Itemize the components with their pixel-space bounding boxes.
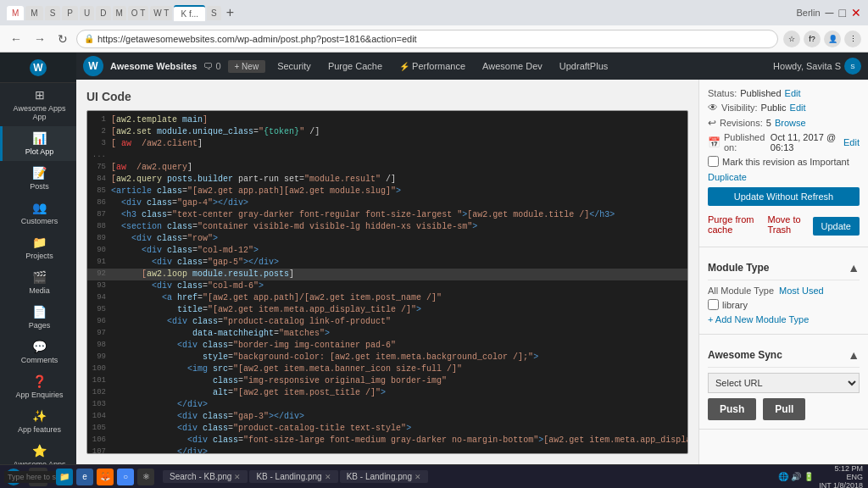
sidebar-item-posts[interactable]: 📝 Posts bbox=[0, 161, 76, 196]
wp-logo-icon[interactable]: W bbox=[30, 59, 47, 76]
code-line: 95 title="[aw2.get item.meta.app_display… bbox=[87, 304, 687, 316]
awesome-sync-title: Awesome Sync bbox=[708, 349, 782, 361]
browser-tab-active[interactable]: K f... bbox=[174, 5, 205, 21]
profile-button[interactable]: 👤 bbox=[824, 30, 841, 47]
visibility-icon: 👁 bbox=[708, 102, 718, 114]
most-used-link[interactable]: Most Used bbox=[779, 286, 824, 296]
close-window-button[interactable]: ✕ bbox=[851, 6, 861, 19]
status-section: Status: Published Edit 👁 Visibility: Pub… bbox=[699, 80, 868, 247]
browser-tab[interactable]: O T bbox=[128, 6, 148, 20]
wp-bar-logo[interactable]: W bbox=[83, 56, 103, 76]
extensions-button[interactable]: f? bbox=[804, 30, 821, 47]
status-edit-link[interactable]: Edit bbox=[785, 88, 801, 98]
code-editor[interactable]: 1 [aw2.template main] 2 [aw2.set module.… bbox=[86, 110, 688, 454]
push-button[interactable]: Push bbox=[708, 398, 756, 420]
taskbar-icon-explorer[interactable]: 📁 bbox=[56, 469, 73, 485]
mark-revision-input[interactable] bbox=[708, 156, 719, 167]
browser-tab[interactable]: M bbox=[7, 6, 24, 20]
clock-time: 5:12 PM bbox=[819, 464, 863, 473]
right-sidebar: Status: Published Edit 👁 Visibility: Pub… bbox=[698, 80, 868, 464]
browser-tab[interactable]: M bbox=[25, 6, 42, 20]
bookmark-button[interactable]: ☆ bbox=[783, 30, 800, 47]
browser-tab[interactable]: U bbox=[80, 6, 94, 20]
sidebar-item-comments[interactable]: 💬 Comments bbox=[0, 335, 76, 369]
browser-tab[interactable]: D bbox=[96, 6, 110, 20]
site-name-btn[interactable]: Awesome Websites bbox=[110, 61, 197, 71]
taskbar-item-label: KB - Landing.png bbox=[347, 472, 412, 481]
forward-button[interactable]: → bbox=[31, 30, 49, 47]
add-new-module-type-link[interactable]: + Add New Module Type bbox=[708, 314, 809, 324]
code-line: 96 <div class="product-catalog link-of-p… bbox=[87, 316, 687, 328]
taskbar-icon-chrome[interactable]: ○ bbox=[117, 469, 134, 485]
admin-bar-awesome-dev[interactable]: Awesome Dev bbox=[477, 61, 548, 71]
taskbar-item-kb-landing-2[interactable]: KB - Landing.png ✕ bbox=[340, 470, 428, 483]
taskbar-item-kb-landing-1[interactable]: KB - Landing.png ✕ bbox=[249, 470, 337, 483]
taskbar-icon-edge[interactable]: e bbox=[76, 469, 93, 485]
code-line: 103 </div> bbox=[87, 399, 687, 411]
taskbar-item-close[interactable]: ✕ bbox=[234, 473, 241, 481]
maximize-button[interactable]: □ bbox=[839, 6, 846, 19]
action-row: Purge from cache Move to Trash Update bbox=[708, 214, 860, 238]
browser-tab[interactable]: S bbox=[207, 6, 221, 20]
library-checkbox[interactable] bbox=[708, 299, 719, 310]
sidebar-item-customers[interactable]: 👥 Customers bbox=[0, 196, 76, 230]
sync-url-select[interactable]: Select URL bbox=[708, 373, 860, 393]
purge-cache-link[interactable]: Purge from cache bbox=[708, 214, 758, 235]
browser-tab[interactable]: W T bbox=[150, 6, 172, 20]
sidebar-item-pages[interactable]: 📄 Pages bbox=[0, 300, 76, 335]
new-content-button[interactable]: + New bbox=[228, 60, 266, 73]
minimize-button[interactable]: ─ bbox=[826, 6, 834, 19]
sidebar-item-plot-app[interactable]: 📊 Plot App bbox=[0, 126, 76, 161]
volume-icon: 🔊 bbox=[791, 472, 801, 481]
published-edit-link[interactable]: Edit bbox=[843, 137, 860, 147]
sidebar-item-awesome-apps2[interactable]: ⭐ Awesome Apps bbox=[0, 439, 76, 464]
back-button[interactable]: ← bbox=[7, 30, 25, 47]
admin-bar-purge-cache[interactable]: Purge Cache bbox=[323, 61, 387, 71]
menu-button[interactable]: ⋮ bbox=[844, 30, 861, 47]
admin-bar-performance[interactable]: ⚡ Performance bbox=[394, 61, 470, 71]
taskbar-item-close[interactable]: ✕ bbox=[415, 473, 421, 481]
taskbar-right: 🌐 🔊 🔋 5:12 PM ENG INT 1/8/2018 bbox=[778, 464, 863, 489]
sidebar-item-app-features[interactable]: ✨ App features bbox=[0, 404, 76, 439]
duplicate-link[interactable]: Duplicate bbox=[708, 172, 860, 182]
pull-button[interactable]: Pull bbox=[763, 398, 805, 420]
browser-tab[interactable]: P bbox=[62, 6, 78, 20]
code-editor-scroll[interactable]: 1 [aw2.template main] 2 [aw2.set module.… bbox=[87, 111, 687, 453]
wp-sidebar: W ⊞ Awesome Apps App 📊 Plot App 📝 Posts … bbox=[0, 53, 76, 464]
sidebar-item-app-enquiries[interactable]: ❓ App Enquiries bbox=[0, 369, 76, 404]
taskbar-cortana[interactable] bbox=[29, 468, 47, 486]
browser-tab[interactable]: S bbox=[45, 6, 61, 20]
admin-bar-security[interactable]: Security bbox=[272, 61, 316, 71]
move-to-trash-link[interactable]: Move to Trash bbox=[768, 214, 808, 235]
status-label: Status: bbox=[708, 88, 737, 98]
new-tab-button[interactable]: + bbox=[226, 5, 234, 20]
taskbar-icon-firefox[interactable]: 🦊 bbox=[97, 469, 114, 485]
mark-revision-label: Mark this revision as Important bbox=[722, 157, 849, 167]
revisions-row: ↩ Revisions: 5 Browse bbox=[708, 117, 860, 129]
user-greeting[interactable]: Howdy, Savita S S bbox=[773, 58, 861, 75]
comment-count[interactable]: 🗨 0 bbox=[203, 61, 220, 71]
code-line: 93 <div class="col-md-6"> bbox=[87, 280, 687, 292]
update-without-refresh-button[interactable]: Update Without Refresh bbox=[708, 187, 860, 206]
wp-logo: W bbox=[0, 53, 76, 83]
sidebar-item-media[interactable]: 🎬 Media bbox=[0, 265, 76, 300]
revisions-browse-link[interactable]: Browse bbox=[775, 118, 806, 128]
browser-tab[interactable]: M bbox=[113, 6, 126, 20]
taskbar-item-label: Search - KB.png bbox=[170, 472, 231, 481]
sidebar-item-awesome-apps[interactable]: ⊞ Awesome Apps App bbox=[0, 83, 76, 126]
admin-bar-updraftplus[interactable]: UpdraftPlus bbox=[554, 61, 613, 71]
update-button[interactable]: Update bbox=[813, 217, 860, 236]
taskbar-item-close[interactable]: ✕ bbox=[325, 473, 331, 481]
awesome-sync-header[interactable]: Awesome Sync ▲ bbox=[708, 343, 860, 368]
code-line: 86 <div class="gap-4"></div> bbox=[87, 197, 687, 209]
sidebar-item-projects[interactable]: 📁 Projects bbox=[0, 230, 76, 265]
taskbar-item-search-kb[interactable]: Search - KB.png ✕ bbox=[163, 470, 248, 483]
module-type-header[interactable]: Module Type ▲ bbox=[708, 256, 860, 280]
plot-app-icon: 📊 bbox=[32, 131, 47, 145]
taskbar: ⊞ 📁 e 🦊 ○ ⚛ Search - KB.png ✕ KB - Landi… bbox=[0, 464, 868, 488]
visibility-edit-link[interactable]: Edit bbox=[790, 103, 806, 113]
all-module-label: All Module Type bbox=[708, 286, 774, 296]
taskbar-icon-atom[interactable]: ⚛ bbox=[137, 469, 154, 485]
address-bar[interactable]: 🔒 https://getawesomewebsites.com/wp-admi… bbox=[76, 30, 778, 48]
reload-button[interactable]: ↻ bbox=[54, 30, 71, 47]
